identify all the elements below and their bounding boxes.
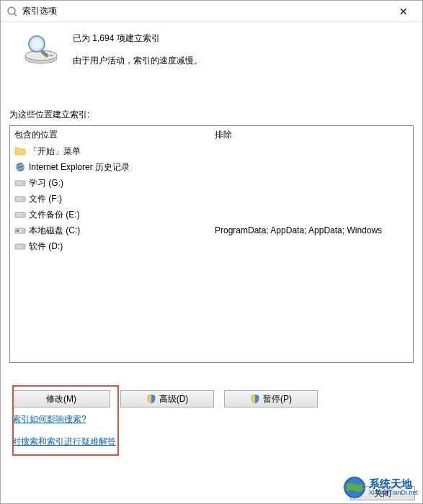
advanced-button[interactable]: 高级(D): [120, 390, 214, 408]
list-item-location: 本地磁盘 (C:): [10, 225, 212, 237]
status-text: 已为 1,694 项建立索引 由于用户活动，索引的速度减慢。: [73, 31, 202, 77]
drive-icon: [14, 209, 26, 220]
svg-point-11: [23, 183, 25, 184]
list-item-label: 软件 (D:): [29, 240, 63, 253]
status-line1: 已为 1,694 项建立索引: [73, 32, 202, 45]
list-item-label: 「开始」菜单: [29, 145, 81, 158]
close-button[interactable]: ✕: [387, 1, 419, 22]
list-item[interactable]: 「开始」菜单: [10, 143, 413, 159]
dialog-title: 索引选项: [22, 5, 387, 17]
locations-list: 包含的位置 排除 「开始」菜单Internet Explorer 历史记录学习 …: [9, 125, 414, 363]
list-item[interactable]: 文件备份 (E:): [10, 207, 413, 222]
watermark: 系统天地 XiTongTianDi.net: [343, 476, 418, 499]
pause-label: 暂停(P): [263, 393, 292, 405]
close-icon: ✕: [399, 6, 408, 17]
sysdrive-icon: [14, 225, 26, 236]
watermark-en: XiTongTianDi.net: [369, 490, 418, 497]
svg-rect-17: [17, 230, 19, 232]
drive-icon: [14, 177, 26, 189]
svg-point-13: [23, 199, 25, 200]
list-item-label: 文件备份 (E:): [29, 209, 80, 221]
list-item-location: Internet Explorer 历史记录: [10, 161, 212, 174]
folder-icon: [14, 145, 26, 157]
list-item[interactable]: 本地磁盘 (C:)ProgramData; AppData; AppData; …: [10, 222, 413, 238]
watermark-text: 系统天地 XiTongTianDi.net: [369, 478, 418, 497]
list-item-location: 学习 (G:): [10, 177, 212, 189]
svg-point-6: [32, 39, 42, 49]
list-item-exclude: ProgramData; AppData; AppData; Windows: [212, 225, 413, 235]
modify-label: 修改(M): [46, 393, 76, 405]
header-exclude: 排除: [212, 129, 413, 141]
list-item[interactable]: 软件 (D:): [10, 238, 413, 254]
titlebar: 索引选项 ✕: [1, 1, 422, 22]
svg-line-1: [14, 13, 17, 16]
drive-icon: [14, 240, 26, 252]
watermark-cn: 系统天地: [369, 478, 418, 490]
status-line2: 由于用户活动，索引的速度减慢。: [73, 55, 202, 67]
locations-label: 为这些位置建立索引:: [9, 109, 414, 121]
pause-button[interactable]: 暂停(P): [224, 390, 318, 408]
list-item-location: 「开始」菜单: [10, 145, 212, 158]
list-item-location: 文件 (F:): [10, 193, 212, 205]
list-item[interactable]: Internet Explorer 历史记录: [10, 159, 413, 175]
list-item-location: 文件备份 (E:): [10, 209, 212, 221]
modify-button[interactable]: 修改(M): [12, 390, 110, 408]
magnifier-drive-icon: [24, 34, 58, 64]
ie-icon: [14, 161, 26, 173]
drive-icon: [14, 193, 26, 204]
svg-point-20: [23, 246, 25, 248]
button-row: 修改(M) 高级(D) 暂停(P): [9, 390, 414, 408]
list-item-label: 本地磁盘 (C:): [29, 225, 80, 237]
list-body[interactable]: 「开始」菜单Internet Explorer 历史记录学习 (G:)文件 (F…: [10, 143, 413, 362]
list-item[interactable]: 学习 (G:): [10, 175, 413, 191]
svg-point-15: [23, 215, 25, 216]
shield-icon: [146, 394, 156, 404]
status-section: 已为 1,694 项建立索引 由于用户活动，索引的速度减慢。: [9, 31, 414, 77]
indexing-options-dialog: 索引选项 ✕ 已为 1,694 项建立索引 由于用户活动，索引的速度减慢。: [0, 0, 423, 504]
watermark-globe-icon: [343, 476, 366, 499]
indexing-icon: [6, 6, 18, 17]
list-item-label: 文件 (F:): [29, 193, 62, 205]
advanced-label: 高级(D): [159, 393, 189, 405]
dialog-content: 已为 1,694 项建立索引 由于用户活动，索引的速度减慢。 为这些位置建立索引…: [1, 22, 422, 480]
list-header: 包含的位置 排除: [10, 126, 413, 143]
header-included: 包含的位置: [10, 129, 212, 141]
list-item-label: 学习 (G:): [29, 177, 63, 189]
shield-icon: [250, 394, 260, 404]
svg-point-18: [23, 230, 25, 232]
help-link-troubleshoot[interactable]: 对搜索和索引进行疑难解答: [12, 436, 414, 448]
list-item-location: 软件 (D:): [10, 240, 212, 253]
svg-point-4: [49, 55, 53, 56]
list-item[interactable]: 文件 (F:): [10, 191, 413, 207]
list-item-label: Internet Explorer 历史记录: [29, 161, 130, 174]
help-link-search[interactable]: 索引如何影响搜索?: [12, 413, 414, 426]
